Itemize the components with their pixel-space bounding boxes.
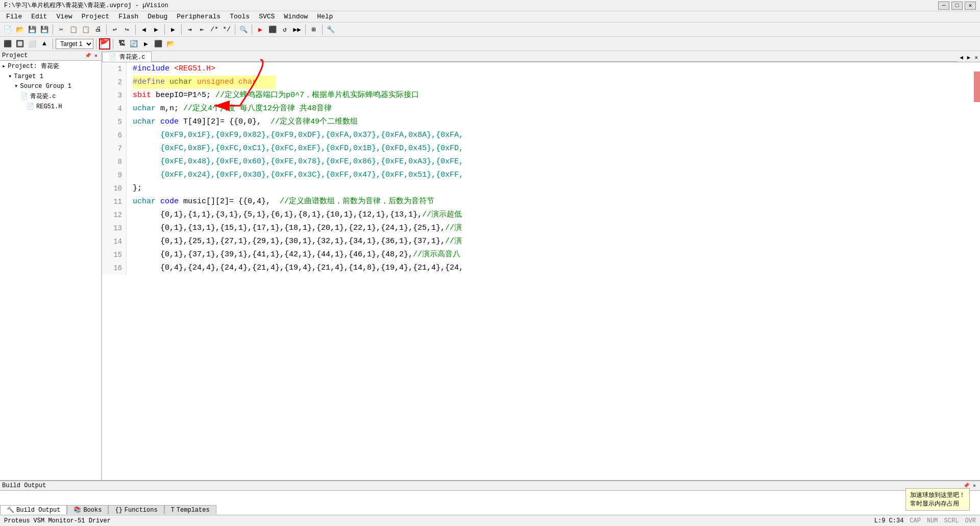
menu-item-flash[interactable]: Flash: [114, 12, 142, 21]
menu-item-svcs[interactable]: SVCS: [255, 12, 279, 21]
code-line-15: 15 {0,1},{37,1},{39,1},{41,1},{42,1},{44…: [102, 248, 980, 261]
build-tab-label: Build Output: [16, 507, 60, 514]
status-num: NUM: [927, 517, 938, 524]
tb2-stop-btn[interactable]: ⬛: [153, 38, 164, 50]
copy-btn[interactable]: 📋: [68, 24, 79, 35]
print-btn[interactable]: 🖨: [92, 24, 104, 35]
status-ovr: OVR: [965, 517, 976, 524]
menu-item-window[interactable]: Window: [280, 12, 312, 21]
menu-item-file[interactable]: File: [2, 12, 26, 21]
tab-books[interactable]: 📚 Books: [67, 505, 108, 514]
minimize-button[interactable]: ─: [938, 2, 949, 10]
undo-btn[interactable]: ↩: [109, 24, 120, 35]
open-btn[interactable]: 📂: [14, 24, 26, 35]
toolbar1: 📄 📂 💾 💾 ✂ 📋 📋 🖨 ↩ ↪ ◀ ▶ ▶ ⇥ ⇤ /* */ 🔍 ▶ …: [0, 22, 980, 37]
tab-templates[interactable]: T Templates: [164, 505, 216, 514]
run2-btn[interactable]: ▶▶: [291, 24, 303, 35]
tab-scroll-right[interactable]: ▶: [965, 53, 973, 62]
tree-item-main-c[interactable]: 📄 青花瓷.c: [0, 91, 102, 102]
tools-btn[interactable]: 🔧: [325, 24, 336, 35]
tab-icon: 📄: [109, 53, 116, 61]
build-close-btn[interactable]: ✕: [971, 482, 978, 489]
menu-item-peripherals[interactable]: Peripherals: [173, 12, 225, 21]
code-area[interactable]: 1 #include <REG51.H> 2 #define uchar uns…: [102, 62, 980, 480]
menu-item-edit[interactable]: Edit: [27, 12, 51, 21]
menu-item-help[interactable]: Help: [313, 12, 337, 21]
redo-btn[interactable]: ↪: [121, 24, 133, 35]
menu-item-debug[interactable]: Debug: [143, 12, 172, 21]
editor-tab-main[interactable]: 📄 青花瓷.c: [102, 52, 152, 62]
build-output-title: Build Output: [2, 482, 46, 489]
tooltip-line2: 常时显示内存占用: [910, 499, 965, 508]
run-btn[interactable]: ▶: [255, 24, 266, 35]
menu-bar: FileEditViewProjectFlashDebugPeripherals…: [0, 11, 980, 22]
tab-close-btn[interactable]: ✕: [972, 53, 980, 62]
menu-item-project[interactable]: Project: [78, 12, 114, 21]
paste-btn[interactable]: 📋: [80, 24, 91, 35]
nav-fwd-btn[interactable]: ▶: [151, 24, 162, 35]
tab-build-output[interactable]: 🔨 Build Output: [0, 505, 67, 514]
tb2-btn4[interactable]: ▲: [39, 38, 50, 50]
status-driver: Proteus VSM Monitor-51 Driver: [4, 517, 111, 524]
maximize-button[interactable]: □: [951, 2, 963, 10]
unindent-btn[interactable]: ⇤: [197, 24, 208, 35]
code-line-12: 12 {0,1},{1,1},{3,1},{5,1},{6,1},{8,1},{…: [102, 208, 980, 222]
reset-btn[interactable]: ↺: [279, 24, 290, 35]
comment-btn[interactable]: /*: [209, 24, 220, 35]
tab-label: 青花瓷.c: [119, 53, 145, 61]
build-tab-icon: 🔨: [7, 506, 14, 514]
status-bar: Proteus VSM Monitor-51 Driver L:9 C:34 C…: [0, 515, 980, 526]
panel-close-btn[interactable]: ✕: [92, 52, 100, 59]
tree-item-target[interactable]: ▾ Target 1: [0, 71, 102, 81]
save-btn[interactable]: 💾: [27, 24, 38, 35]
status-position: L:9 C:34: [874, 517, 904, 524]
nav-back-btn[interactable]: ◀: [138, 24, 150, 35]
layout-btn[interactable]: ⊞: [308, 24, 320, 35]
code-line-4: 4 uchar m,n; //定义4个八度 每八度12分音律 共48音律: [102, 102, 980, 115]
tb2-btn3[interactable]: ⬜: [27, 38, 38, 50]
tooltip: 加速球放到这里吧！ 常时显示内存占用: [905, 488, 970, 511]
code-line-16: 16 {0,4},{24,4},{24,4},{21,4},{19,4},{21…: [102, 261, 980, 275]
close-button[interactable]: ✕: [965, 2, 976, 10]
cut-btn[interactable]: ✂: [56, 24, 67, 35]
menu-item-view[interactable]: View: [52, 12, 76, 21]
find-btn[interactable]: 🔍: [238, 24, 249, 35]
status-right: L:9 C:34 CAP NUM SCRL OVR: [874, 517, 976, 524]
sep1: [53, 25, 53, 35]
target-select[interactable]: Target 1: [56, 39, 93, 49]
sep12: [113, 39, 113, 49]
tb2-btn1[interactable]: ⬛: [2, 38, 13, 50]
code-scrollbar-highlight[interactable]: [974, 71, 980, 102]
tab-functions[interactable]: {} Functions: [108, 505, 164, 514]
menu-item-tools[interactable]: Tools: [226, 12, 254, 21]
sep4: [164, 25, 165, 35]
tree-item-source-group[interactable]: ▾ Source Group 1: [0, 81, 102, 91]
code-line-14: 14 {0,1},{25,1},{27,1},{29,1},{30,1},{32…: [102, 235, 980, 248]
uncomment-btn[interactable]: */: [221, 24, 232, 35]
templates-tab-label: Templates: [177, 507, 210, 514]
code-line-13: 13 {0,1},{13,1},{15,1},{17,1},{18,1},{20…: [102, 222, 980, 235]
functions-tab-icon: {}: [115, 507, 122, 514]
main-c-label: 青花瓷.c: [30, 92, 56, 101]
status-scrl: SCRL: [944, 517, 959, 524]
panel-pin-btn[interactable]: 📌: [84, 52, 91, 59]
tb2-translate-btn[interactable]: 🔄: [128, 38, 139, 50]
sep2: [106, 25, 107, 35]
project-panel-title: Project: [2, 52, 28, 59]
debug-btn[interactable]: ▶: [167, 24, 179, 35]
tb2-build-btn[interactable]: 🏗: [116, 38, 127, 50]
code-line-7: 7 {0xFC,0x8F},{0xFC,0xC1},{0xFC,0xEF},{0…: [102, 142, 980, 155]
save-all-btn[interactable]: 💾: [39, 24, 50, 35]
tb2-btn2[interactable]: 🔲: [14, 38, 26, 50]
indent-btn[interactable]: ⇥: [184, 24, 195, 35]
tree-item-reg51[interactable]: 📄 REG51.H: [0, 102, 102, 111]
title-text: F:\学习\单片机程序\青花瓷\青花瓷.uvproj - µVision: [4, 1, 168, 10]
tb2-run-btn[interactable]: ▶: [140, 38, 152, 50]
new-file-btn[interactable]: 📄: [2, 24, 13, 35]
highlighted-btn[interactable]: 🚩: [99, 38, 110, 50]
stop-btn[interactable]: ⬛: [267, 24, 278, 35]
sep9: [322, 25, 323, 35]
tree-item-project[interactable]: ▸ Project: 青花瓷: [0, 61, 102, 71]
tb2-open-btn[interactable]: 📂: [165, 38, 176, 50]
tab-scroll-left[interactable]: ◀: [958, 53, 965, 62]
